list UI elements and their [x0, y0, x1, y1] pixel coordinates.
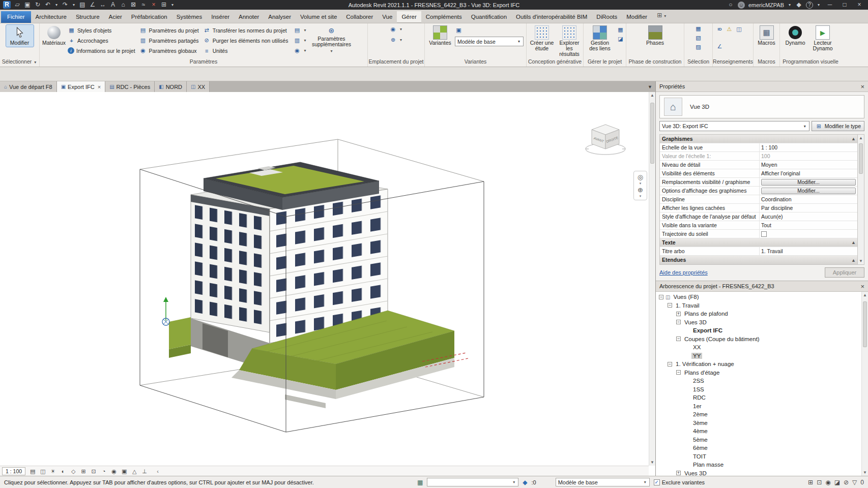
properties-help-link[interactable]: Aide des propriétés	[659, 269, 708, 276]
account-caret-icon[interactable]	[788, 1, 792, 9]
close-project-browser-icon[interactable]: ×	[860, 283, 864, 290]
ribbon-button[interactable]: Paramètres du projet	[139, 26, 199, 35]
property-value-cell[interactable]: ▲	[759, 238, 857, 247]
panel-label-selection[interactable]: Sélection	[684, 58, 712, 67]
property-value-cell[interactable]: ▲	[759, 135, 857, 143]
worksets-icon[interactable]	[417, 479, 423, 486]
navigation-wheel-caret-icon[interactable]: ▾	[640, 182, 642, 185]
property-row[interactable]: Titre arbo 1. Travail ▲	[660, 247, 857, 256]
property-row[interactable]: Options d'affichage des graphismes Modif…	[660, 187, 857, 195]
save-selection-icon[interactable]	[695, 25, 702, 33]
ribbon-tab[interactable]: Volume et site	[296, 11, 341, 23]
property-value-cell[interactable]: ▲	[759, 256, 857, 264]
type-selector-combobox[interactable]: Vue 3D: Export IFC	[659, 121, 809, 131]
synchronize-icon[interactable]	[34, 1, 41, 9]
measure-between-icon[interactable]	[716, 43, 724, 50]
save-icon[interactable]	[24, 1, 31, 9]
scroll-up-icon[interactable]: ▲	[649, 92, 655, 99]
panel-label-renseignements[interactable]: Renseignements	[713, 58, 753, 67]
property-row[interactable]: Etendues ▲	[660, 256, 857, 264]
collapse-toolbar-icon[interactable]: ‹	[153, 467, 162, 475]
detail-level-icon[interactable]: ▤	[28, 467, 37, 475]
displaced-elements-icon[interactable]: △	[130, 467, 139, 475]
default-3d-view-icon[interactable]	[120, 1, 127, 9]
ribbon-button[interactable]: Informations sur le projet	[68, 46, 135, 55]
apply-button[interactable]: Appliquer	[825, 267, 864, 278]
scroll-down-icon[interactable]: ▼	[649, 459, 655, 466]
property-value-cell[interactable]: Modifier... ▲	[760, 187, 857, 195]
tree-item[interactable]: RDC	[656, 393, 868, 402]
property-value-cell[interactable]: 100 ▲	[760, 152, 857, 160]
project-browser-scrollbar[interactable]: ▲ ▼	[861, 292, 868, 476]
tree-item[interactable]: Plan masse	[656, 461, 868, 469]
ribbon-tab[interactable]: Structure	[71, 11, 104, 23]
panel-label-emplacement[interactable]: Emplacement du projet	[368, 58, 424, 67]
tree-expander-icon[interactable]	[676, 471, 681, 475]
property-value-cell[interactable]: Aucun(e) ▲	[760, 212, 857, 221]
temporary-hide-isolate-icon[interactable]: ◔	[99, 467, 108, 475]
select-by-face-toggle-icon[interactable]	[834, 479, 840, 486]
zoom-icon[interactable]: ⊕	[638, 186, 643, 194]
zoom-caret-icon[interactable]: ▾	[640, 195, 642, 198]
ribbon-tab[interactable]: Analyser	[264, 11, 296, 23]
tree-item[interactable]: 6ème	[656, 444, 868, 452]
panel-label-gerer-projet[interactable]: Gérer le projet	[584, 58, 626, 67]
property-row[interactable]: Discipline Coordination ▲	[660, 195, 857, 204]
property-row[interactable]: Afficher les lignes cachées Par discipli…	[660, 204, 857, 212]
editing-requests-icon[interactable]	[523, 479, 527, 486]
explore-outcomes-button[interactable]: Explorer les résultats	[556, 25, 583, 58]
property-row[interactable]: Echelle de la vue 1 : 100 ▲	[660, 143, 857, 152]
ribbon-button[interactable]: Paramètres globaux	[139, 46, 199, 55]
user-avatar-icon[interactable]	[738, 2, 745, 9]
properties-scrollbar[interactable]: ▲ ▼	[858, 134, 864, 265]
materials-button[interactable]: Matériaux	[41, 25, 67, 47]
mep-settings-button[interactable]	[293, 36, 307, 45]
property-value-cell[interactable]: Moyen ▲	[760, 161, 857, 169]
load-selection-icon[interactable]	[695, 34, 702, 42]
close-button[interactable]	[854, 1, 865, 9]
aligned-dimension-icon[interactable]	[99, 1, 106, 9]
phases-button[interactable]: Phases	[642, 25, 669, 47]
print-icon[interactable]	[79, 1, 86, 9]
select-links-toggle-icon[interactable]	[808, 479, 813, 486]
view-tab[interactable]: Vue de départ F8 ×	[0, 81, 57, 92]
undo-icon[interactable]	[44, 1, 51, 9]
panel-label-conception[interactable]: Conception générative	[527, 58, 583, 67]
property-checkbox[interactable]	[761, 231, 767, 237]
tree-item[interactable]: 1er	[656, 402, 868, 411]
maximize-button[interactable]	[839, 1, 850, 9]
property-row[interactable]: Texte ▲	[660, 238, 857, 247]
property-row[interactable]: Niveau de détail Moyen ▲	[660, 161, 857, 169]
app-store-icon[interactable]	[795, 1, 802, 9]
3d-building-model[interactable]	[0, 92, 655, 466]
visual-style-icon[interactable]: ◫	[38, 467, 47, 475]
exclude-options-checkbox[interactable]: Exclure variantes	[654, 479, 705, 485]
property-value-cell[interactable]: Tout ▲	[760, 221, 857, 229]
user-interface-icon[interactable]	[160, 1, 167, 9]
edit-selection-icon[interactable]	[695, 43, 702, 51]
select-by-id-icon[interactable]	[716, 25, 724, 33]
ribbon-tab[interactable]: Collaborer	[341, 11, 378, 23]
tree-expander-icon[interactable]	[668, 362, 672, 367]
manage-images-icon[interactable]	[617, 26, 624, 34]
tab-list-chevron-icon[interactable]: ▼	[645, 84, 655, 89]
show-crop-region-icon[interactable]: ⊡	[89, 467, 98, 475]
panel-label-programmation[interactable]: Programmation visuelle	[780, 58, 841, 67]
ribbon-tab[interactable]: Modifier	[622, 11, 652, 23]
temporary-view-properties-icon[interactable]: ▣	[120, 467, 129, 475]
redo-icon[interactable]	[62, 1, 69, 9]
navigation-bar[interactable]: ◎ ▾ ⊕ ▾	[633, 171, 647, 200]
tree-expander-icon[interactable]	[676, 337, 681, 341]
tree-item[interactable]: Coupes (Coupe du bâtiment)	[656, 335, 868, 344]
section-collapse-icon[interactable]: ▲	[851, 258, 856, 263]
dynamo-button[interactable]: Dynamo	[782, 25, 809, 47]
filter-icon[interactable]	[852, 479, 857, 486]
dynamo-player-button[interactable]: Lecteur Dynamo	[809, 25, 836, 52]
ribbon-tab[interactable]: Systèmes	[172, 11, 207, 23]
select-underlay-toggle-icon[interactable]	[817, 479, 822, 486]
tree-item[interactable]: YY	[656, 352, 868, 360]
property-row[interactable]: Style d'affichage de l'analyse par défau…	[660, 212, 857, 221]
tree-item[interactable]: 5ème	[656, 436, 868, 444]
help-icon[interactable]	[806, 2, 813, 9]
tree-expander-icon[interactable]	[676, 320, 681, 324]
